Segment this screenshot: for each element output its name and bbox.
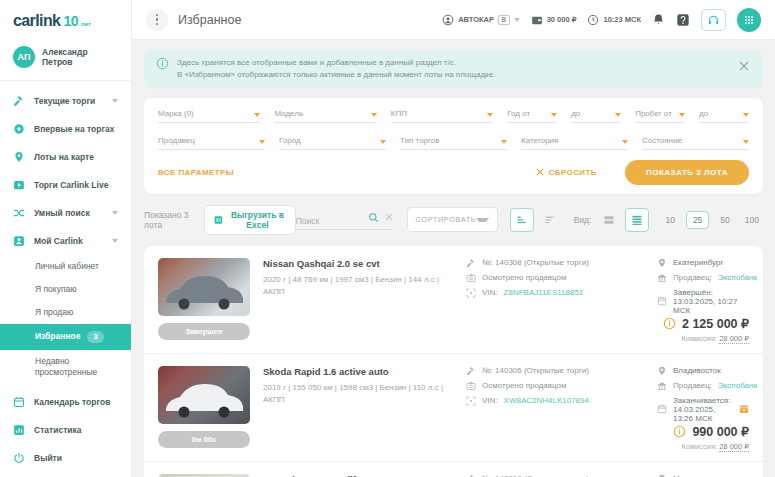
lot-title[interactable]: Nissan Qashqai 2.0 se cvt <box>263 258 453 269</box>
list-view-icon <box>631 214 643 226</box>
power-icon <box>13 452 25 464</box>
filters-panel: Марка (0) Модель КПП Год от до Пробег от… <box>144 98 763 194</box>
account-name: АВТОКАР <box>458 15 494 24</box>
show-lots-button[interactable]: ПОКАЗАТЬ 3 ЛОТА <box>625 160 749 185</box>
sidebar-item-current-auctions[interactable]: Текущие торги <box>0 87 131 115</box>
page-size-25[interactable]: 25 <box>686 211 709 229</box>
sidebar-item-lots-on-map[interactable]: Лоты на карте <box>0 143 131 171</box>
sidebar-subitem-personal-cabinet[interactable]: Личный кабинет <box>0 255 131 278</box>
sidebar-item-first-time[interactable]: Впервые на торгах <box>0 115 131 143</box>
lot-vin-line: VIN: Z8NFBAJ11ES118851 <box>466 288 644 298</box>
account-switcher[interactable]: АВТОКАР В <box>442 14 519 26</box>
map-pin-icon <box>657 366 667 376</box>
sidebar-item-my-carlink[interactable]: Мой Carlink <box>0 227 131 255</box>
filter-city[interactable]: Город <box>279 134 386 150</box>
carlink-logo[interactable]: carlink 10 лет <box>0 12 131 34</box>
support-button[interactable] <box>701 9 726 31</box>
sidebar-subitem-i-buy[interactable]: Я покупаю <box>0 278 131 301</box>
banner-close-button[interactable] <box>737 57 751 76</box>
view-list-button[interactable] <box>625 208 649 232</box>
vin-link[interactable]: XW8AC2NH4LK107894 <box>504 396 589 405</box>
lot-number-line: №: 140308 (Открытые торги) <box>466 258 644 268</box>
help-icon <box>676 13 690 27</box>
seller-link[interactable]: Экспобанк <box>718 273 757 282</box>
logo-anniversary-word: лет <box>81 21 91 27</box>
favorites-count-badge: 3 <box>87 331 103 343</box>
lot-specs: 2019 г | 155 050 км | 1598 см3 | Бензин … <box>263 382 453 407</box>
more-options-button[interactable] <box>146 9 168 31</box>
sidebar-item-logout[interactable]: Выйти <box>0 444 131 472</box>
all-parameters-button[interactable]: ВСЕ ПАРАМЕТРЫ <box>158 168 239 177</box>
bank-icon <box>657 381 667 391</box>
lot-city-line: Владивосток <box>657 366 749 376</box>
filter-mileage-from[interactable]: Пробег от <box>635 107 685 123</box>
sidebar-item-carlink-live[interactable]: Торги Carlink Live <box>0 171 131 199</box>
sidebar-subitem-i-sell[interactable]: Я продаю <box>0 301 131 324</box>
add-to-calendar-icon[interactable] <box>739 404 749 414</box>
page-size-50[interactable]: 50 <box>716 212 733 228</box>
topbar: Избранное АВТОКАР В 30 000 ₽ 10:23 МСК <box>132 0 775 40</box>
car-photo[interactable] <box>158 366 250 424</box>
filter-year-to[interactable]: до <box>571 107 621 123</box>
chevron-down-icon <box>615 113 621 117</box>
sort-select[interactable]: СОРТИРОВАТЬ <box>407 207 498 232</box>
page-size-10[interactable]: 10 <box>661 212 678 228</box>
lot-row-2: 0м 00с Skoda Rapid 1.6 active auto 2019 … <box>144 353 763 461</box>
clear-search-icon[interactable] <box>385 213 393 221</box>
view-grid-button[interactable] <box>597 208 621 232</box>
sidebar-subitem-recently-viewed[interactable]: Недавно просмотренные <box>0 350 131 384</box>
car-photo[interactable] <box>158 258 250 316</box>
filter-auction-type[interactable]: Тип торгов <box>400 134 507 150</box>
lot-inspected-line: Осмотрено продавцом <box>466 273 644 283</box>
gavel-icon <box>466 258 476 268</box>
search-field <box>296 210 393 230</box>
filter-category[interactable]: Категория <box>521 134 628 150</box>
filter-mileage-to[interactable]: до <box>699 107 749 123</box>
sidebar-nav: Текущие торги Впервые на торгах Лоты на … <box>0 81 131 472</box>
sidebar-item-smart-search[interactable]: Умный поиск <box>0 199 131 227</box>
sidebar-item-statistics[interactable]: Статистика <box>0 416 131 444</box>
filter-condition[interactable]: Состояние <box>642 134 749 150</box>
camera-icon <box>466 381 476 391</box>
bell-icon <box>652 13 665 26</box>
filter-model[interactable]: Модель <box>274 107 376 123</box>
search-icon[interactable] <box>368 212 379 223</box>
camera-icon <box>466 273 476 283</box>
sort-descending-button[interactable] <box>538 208 562 232</box>
help-button[interactable] <box>676 13 690 27</box>
bank-icon <box>657 273 667 283</box>
filter-transmission[interactable]: КПП <box>391 107 493 123</box>
export-excel-button[interactable]: Выгрузить в Excel <box>204 205 295 235</box>
apps-grid-icon <box>743 14 755 26</box>
filter-seller[interactable]: Продавец <box>158 134 265 150</box>
filter-year-from[interactable]: Год от <box>507 107 557 123</box>
clock-icon <box>587 14 599 26</box>
lot-date-line: Завершён: 13.03.2025, 10:27 МСК <box>657 288 749 315</box>
sort-ascending-button[interactable] <box>510 208 534 232</box>
gavel-icon <box>13 95 25 107</box>
notifications-button[interactable] <box>652 13 665 26</box>
main-area: Избранное АВТОКАР В 30 000 ₽ 10:23 МСК <box>132 0 775 477</box>
topbar-controls: АВТОКАР В 30 000 ₽ 10:23 МСК <box>442 8 761 32</box>
wallet-icon <box>531 14 543 26</box>
info-icon <box>156 57 169 70</box>
car-silhouette <box>158 258 250 316</box>
filter-brand[interactable]: Марка (0) <box>158 107 260 123</box>
lot-title[interactable]: Skoda Rapid 1.6 active auto <box>263 366 453 377</box>
reset-filters-button[interactable]: СБРОСИТЬ <box>536 168 597 177</box>
sidebar-user[interactable]: АП Александр Петров <box>0 34 131 81</box>
lot-price-block: 2 125 000 ₽ Комиссия: 28 000 ₽ <box>663 316 749 343</box>
balance-display[interactable]: 30 000 ₽ <box>531 14 577 26</box>
chevron-down-icon <box>371 113 377 117</box>
vin-link[interactable]: Z8NFBAJ11ES118851 <box>504 288 584 297</box>
map-pin-icon <box>657 258 667 268</box>
lot-price: 2 125 000 ₽ <box>682 316 749 331</box>
chevron-down-icon <box>112 211 118 215</box>
sidebar-subitem-favorites[interactable]: Избранное 3 <box>0 324 131 350</box>
seller-link[interactable]: Экспобанк <box>718 381 757 390</box>
excel-icon <box>214 214 223 226</box>
sidebar-item-auction-calendar[interactable]: Календарь торгов <box>0 388 131 416</box>
apps-grid-button[interactable] <box>737 8 761 32</box>
smart-search-icon <box>13 207 25 219</box>
page-size-100[interactable]: 100 <box>741 212 763 228</box>
